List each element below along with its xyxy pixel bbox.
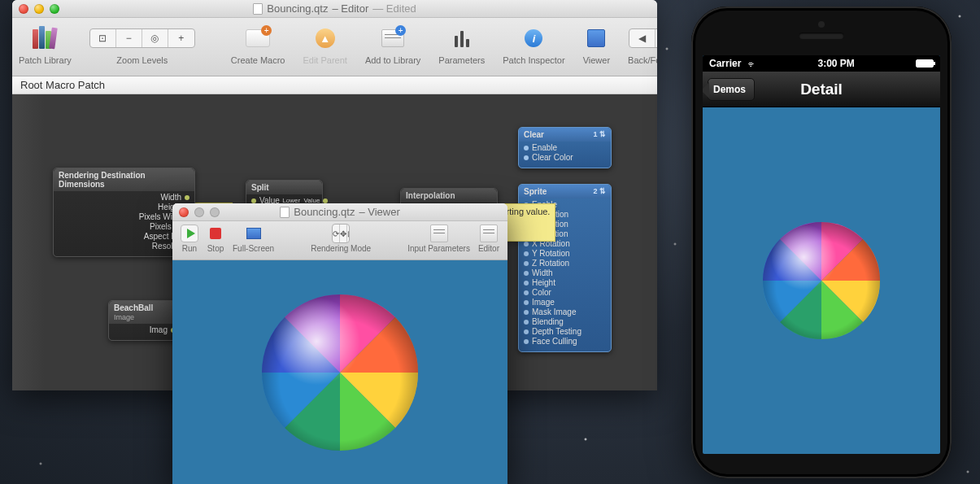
zoom-icon[interactable] xyxy=(50,4,59,14)
patch-library-label: Patch Library xyxy=(19,55,72,65)
stop-button[interactable]: Stop xyxy=(207,225,224,253)
beachball-icon xyxy=(259,291,421,454)
rendering-mode-button[interactable]: ⟳ ✥ ⊞ 🔍 Rendering Mode xyxy=(311,225,371,253)
close-icon[interactable] xyxy=(179,207,189,217)
input-port-icon[interactable] xyxy=(524,155,529,160)
patch-inspector-button[interactable]: i Patch Inspector xyxy=(503,23,564,65)
patch-sprite-badge[interactable]: 2 ⇅ xyxy=(593,187,606,196)
minimize-icon[interactable] xyxy=(194,207,204,217)
breadcrumb[interactable]: Root Macro Patch xyxy=(12,76,657,94)
zoom-levels-label: Zoom Levels xyxy=(116,55,168,65)
svg-point-1 xyxy=(262,294,418,451)
back-forward-seg[interactable]: ◀ ▶ xyxy=(629,28,657,48)
zoom-in-icon[interactable]: + xyxy=(168,29,194,47)
input-port-icon[interactable] xyxy=(524,242,529,246)
input-port-icon[interactable] xyxy=(524,290,529,295)
rm-1-icon[interactable]: ⟳ xyxy=(333,225,340,242)
port-label: Mask Image xyxy=(532,307,576,317)
patch-inspector-label: Patch Inspector xyxy=(503,55,564,65)
patch-clear-header: Clear 1 ⇅ xyxy=(519,128,611,142)
output-port-icon[interactable] xyxy=(185,195,189,200)
viewer-toolbar: Run Stop Full-Screen ⟳ ✥ ⊞ 🔍 Rendering M… xyxy=(172,221,507,260)
editor-toolbar: Patch Library ⊡ − ◎ + Zoom Levels Create… xyxy=(12,18,657,76)
viewer-canvas xyxy=(172,260,507,484)
info-icon: i xyxy=(525,29,542,47)
viewer-window: Bouncing.qtz – Viewer Run Stop Full-Scre… xyxy=(172,203,507,484)
minimize-icon[interactable] xyxy=(34,4,44,14)
phone-content xyxy=(703,107,940,454)
phone-camera-icon xyxy=(818,21,825,28)
port-label: Clear Color xyxy=(532,153,573,163)
patch-clear-body: Enable Clear Color xyxy=(519,142,611,168)
nav-title: Detail xyxy=(800,81,843,98)
edit-parent-label: Edit Parent xyxy=(303,55,346,65)
close-icon[interactable] xyxy=(19,4,28,14)
port-label: Imag xyxy=(150,325,168,335)
port-label: Enable xyxy=(532,143,557,153)
input-port-icon[interactable] xyxy=(524,271,529,276)
rendering-mode-seg[interactable]: ⟳ ✥ ⊞ 🔍 xyxy=(332,224,350,243)
port-label: Blending xyxy=(532,317,564,327)
input-port-icon[interactable] xyxy=(524,320,529,325)
input-port-icon[interactable] xyxy=(524,281,529,286)
port-label: Width xyxy=(160,193,181,203)
forward-icon[interactable]: ▶ xyxy=(656,29,657,47)
fullscreen-button[interactable]: Full-Screen xyxy=(233,225,274,253)
patch-beachball-title: BeachBall xyxy=(114,303,153,312)
patch-split-title: Split xyxy=(246,181,322,194)
document-icon xyxy=(253,3,263,15)
patch-beachball-header: BeachBall Image xyxy=(109,301,181,324)
patch-beachball[interactable]: BeachBall Image Imag xyxy=(108,300,181,341)
editor-icon xyxy=(480,225,498,242)
port-label: Depth Testing xyxy=(532,327,581,337)
patch-clear-title: Clear xyxy=(524,130,544,139)
input-port-icon[interactable] xyxy=(524,339,529,344)
zoom-levels-group[interactable]: ⊡ − ◎ + Zoom Levels xyxy=(89,23,195,65)
editor-title-suffix: – Editor xyxy=(332,2,368,15)
zoom-actual-icon[interactable]: ◎ xyxy=(142,29,168,47)
editor-button[interactable]: Editor xyxy=(478,225,499,253)
drawer-icon xyxy=(430,225,448,242)
back-icon[interactable]: ◀ xyxy=(629,29,656,47)
back-forward-group[interactable]: ◀ ▶ Back/Forward xyxy=(628,23,657,65)
input-parameters-button[interactable]: Input Parameters xyxy=(407,225,470,253)
edit-parent-button: ▲ Edit Parent xyxy=(303,23,346,65)
phone-earpiece-icon xyxy=(799,33,844,39)
rm-2-icon[interactable]: ✥ xyxy=(340,225,347,242)
editor-title: Bouncing.qtz – Editor — Edited xyxy=(64,2,605,15)
input-port-icon[interactable] xyxy=(524,310,529,315)
patch-library-button[interactable]: Patch Library xyxy=(19,23,72,65)
patch-sprite-header: Sprite 2 ⇅ xyxy=(519,185,611,198)
input-port-icon[interactable] xyxy=(524,329,529,334)
input-port-icon[interactable] xyxy=(524,251,529,256)
stop-icon xyxy=(210,228,221,239)
run-button[interactable]: Run xyxy=(181,225,198,253)
zoom-icon[interactable] xyxy=(210,207,220,217)
rm-3-icon[interactable]: ⊞ xyxy=(347,225,350,242)
create-macro-label: Create Macro xyxy=(231,55,285,65)
input-port-icon[interactable] xyxy=(524,261,529,266)
create-macro-button[interactable]: Create Macro xyxy=(231,23,285,65)
patch-clear[interactable]: Clear 1 ⇅ Enable Clear Color xyxy=(518,127,612,168)
editor-title-file: Bouncing.qtz xyxy=(267,2,328,15)
zoom-fit-icon[interactable]: ⊡ xyxy=(90,29,116,47)
status-time: 3:00 PM xyxy=(818,58,855,69)
patch-clear-badge[interactable]: 1 ⇅ xyxy=(593,130,606,139)
viewer-button[interactable]: Viewer xyxy=(583,23,610,65)
patch-interpolation-title: Interpolation xyxy=(401,189,497,203)
play-icon xyxy=(187,229,195,238)
parameters-button[interactable]: Parameters xyxy=(438,23,485,65)
input-parameters-label: Input Parameters xyxy=(407,244,470,253)
viewer-title-file: Bouncing.qtz xyxy=(294,206,355,218)
zoom-out-icon[interactable]: − xyxy=(116,29,142,47)
document-icon xyxy=(280,207,290,218)
viewer-title: Bouncing.qtz – Viewer xyxy=(224,206,455,218)
add-to-library-button[interactable]: Add to Library xyxy=(365,23,420,65)
input-port-icon[interactable] xyxy=(524,300,529,305)
breadcrumb-label: Root Macro Patch xyxy=(20,79,105,91)
input-port-icon[interactable] xyxy=(524,146,529,150)
back-button[interactable]: Demos xyxy=(708,78,755,101)
zoom-segmented[interactable]: ⊡ − ◎ + xyxy=(89,28,195,48)
port-label: Height xyxy=(532,278,555,288)
nav-bar: Demos Detail xyxy=(703,72,940,107)
